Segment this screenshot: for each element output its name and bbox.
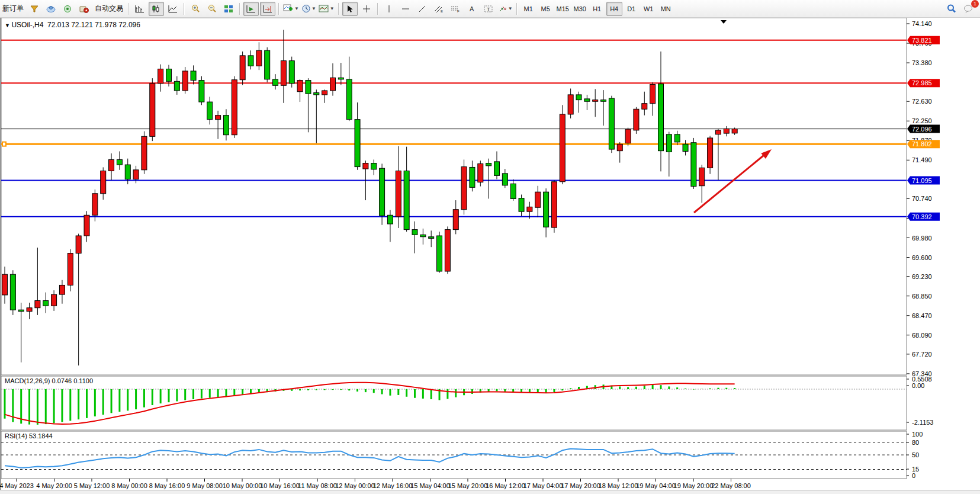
- svg-text:80: 80: [912, 439, 919, 446]
- cloud-user-icon: [46, 5, 56, 13]
- timeframe-W1[interactable]: W1: [641, 2, 657, 16]
- equidistant-channel-tool[interactable]: E: [431, 2, 446, 16]
- svg-text:16 May 12:00: 16 May 12:00: [486, 482, 525, 489]
- svg-text:E: E: [441, 9, 443, 13]
- zoom-out-button[interactable]: [204, 2, 220, 16]
- symbol-dropdown-arrow[interactable]: ▼: [5, 23, 11, 28]
- toolbar-separator: [377, 3, 378, 15]
- cursor-icon: [346, 5, 354, 13]
- history-center-icon[interactable]: [27, 2, 42, 16]
- svg-text:12 May 00:00: 12 May 00:00: [335, 482, 375, 489]
- svg-text:73.821: 73.821: [912, 37, 932, 44]
- svg-text:69.980: 69.980: [912, 235, 932, 242]
- toolbar-separator: [516, 3, 518, 15]
- crosshair-tool[interactable]: [359, 2, 374, 16]
- algo-trading-icon: [79, 5, 89, 13]
- cursor-tool[interactable]: [342, 2, 358, 16]
- horizontal-line-tool[interactable]: [398, 2, 413, 16]
- tile-windows-button[interactable]: [221, 2, 236, 16]
- svg-text:0.00: 0.00: [912, 382, 924, 389]
- new-order-button[interactable]: 新订单: [2, 4, 24, 14]
- tile-windows-icon: [224, 5, 233, 13]
- chart-template-icon: [319, 4, 329, 13]
- shapes-tool[interactable]: ▼: [497, 2, 513, 16]
- period-button[interactable]: ▼: [301, 2, 317, 16]
- chart-title: ▼ USOil-,H4 72.013 72.121 71.978 72.096: [5, 21, 140, 29]
- zoom-out-icon: [207, 4, 217, 13]
- status-bar: [0, 490, 980, 494]
- notifications-button[interactable]: 1: [960, 2, 976, 16]
- bar-chart-button[interactable]: [132, 2, 147, 16]
- svg-text:19 May 20:00: 19 May 20:00: [674, 482, 714, 489]
- timeframe-MN[interactable]: MN: [658, 2, 674, 16]
- timeframe-M30[interactable]: M30: [572, 2, 588, 16]
- toolbar-separator: [128, 3, 129, 15]
- svg-text:18 May 12:00: 18 May 12:00: [599, 482, 638, 489]
- svg-text:74.140: 74.140: [912, 20, 932, 27]
- bar-chart-icon: [135, 5, 144, 13]
- toolbar-separator: [338, 3, 339, 15]
- horizontal-line-icon: [401, 5, 410, 13]
- svg-text:22 May 08:00: 22 May 08:00: [711, 482, 751, 489]
- svg-text:69.600: 69.600: [912, 254, 932, 261]
- svg-text:5 May 12:00: 5 May 12:00: [74, 482, 110, 489]
- chart-shift-icon: [263, 5, 272, 13]
- price-chart-svg[interactable]: 74.14073.76073.38072.63072.25071.87071.4…: [0, 18, 980, 494]
- svg-text:T: T: [487, 7, 490, 12]
- svg-text:71.802: 71.802: [912, 140, 932, 147]
- svg-text:15 May 20:00: 15 May 20:00: [448, 482, 488, 489]
- add-indicator-button[interactable]: ▼: [282, 2, 300, 16]
- svg-text:72.250: 72.250: [912, 117, 932, 124]
- algo-trading-label[interactable]: 自动交易: [95, 4, 123, 14]
- fibonacci-tool[interactable]: F: [448, 2, 463, 16]
- text-tool[interactable]: A: [464, 2, 480, 16]
- channel-icon: E: [434, 5, 444, 13]
- timeframe-M1[interactable]: M1: [520, 2, 536, 16]
- chart-title-symbol: USOil-,H4: [11, 21, 43, 29]
- gold-funnel-icon: [30, 5, 39, 13]
- macd-indicator-label: MACD(12,26,9) 0.0746 0.1100: [5, 377, 93, 384]
- notification-badge: 1: [971, 0, 979, 8]
- timeframe-H1[interactable]: H1: [589, 2, 605, 16]
- timeframe-group: M1M5M15M30H1H4D1W1MN: [520, 0, 674, 17]
- auto-scroll-button[interactable]: [243, 2, 259, 16]
- search-button[interactable]: [944, 2, 959, 16]
- svg-text:15 May 04:00: 15 May 04:00: [410, 482, 450, 489]
- timeframe-M5[interactable]: M5: [538, 2, 554, 16]
- svg-text:19 May 04:00: 19 May 04:00: [636, 482, 676, 489]
- mql5-community-icon[interactable]: [43, 2, 59, 16]
- candlestick-chart-button[interactable]: [149, 2, 164, 16]
- svg-text:69.230: 69.230: [912, 273, 932, 280]
- svg-text:68.090: 68.090: [912, 332, 932, 339]
- fibonacci-icon: F: [451, 5, 460, 13]
- svg-text:8 May 16:00: 8 May 16:00: [149, 482, 185, 489]
- timeframe-H4[interactable]: H4: [606, 2, 622, 16]
- add-indicator-icon: [283, 4, 294, 13]
- svg-text:9 May 08:00: 9 May 08:00: [187, 482, 223, 489]
- algo-trading-button[interactable]: [76, 2, 92, 16]
- toolbar-separator: [184, 3, 185, 15]
- svg-text:8 May 00:00: 8 May 00:00: [111, 482, 147, 489]
- vertical-line-tool[interactable]: [381, 2, 397, 16]
- svg-text:67.720: 67.720: [912, 351, 932, 358]
- svg-text:50: 50: [912, 451, 919, 458]
- text-icon: A: [468, 5, 476, 13]
- svg-text:11 May 08:00: 11 May 08:00: [298, 482, 337, 489]
- search-icon: [947, 4, 956, 13]
- vertical-line-icon: [385, 5, 393, 13]
- svg-text:4 May 20:00: 4 May 20:00: [36, 482, 72, 489]
- zoom-in-button[interactable]: [188, 2, 203, 16]
- chart-shift-button[interactable]: [260, 2, 275, 16]
- text-label-tool[interactable]: T: [481, 2, 496, 16]
- svg-text:71.095: 71.095: [912, 177, 932, 184]
- line-chart-button[interactable]: [165, 2, 181, 16]
- timeframe-D1[interactable]: D1: [624, 2, 640, 16]
- trendline-tool[interactable]: [415, 2, 430, 16]
- signals-icon[interactable]: [60, 2, 75, 16]
- timeframe-M15[interactable]: M15: [555, 2, 571, 16]
- chevron-down-icon: ▼: [508, 6, 513, 11]
- template-button[interactable]: ▼: [318, 2, 335, 16]
- svg-text:-2.1153: -2.1153: [912, 419, 934, 426]
- svg-text:68.850: 68.850: [912, 293, 932, 300]
- chevron-down-icon: ▼: [330, 6, 335, 11]
